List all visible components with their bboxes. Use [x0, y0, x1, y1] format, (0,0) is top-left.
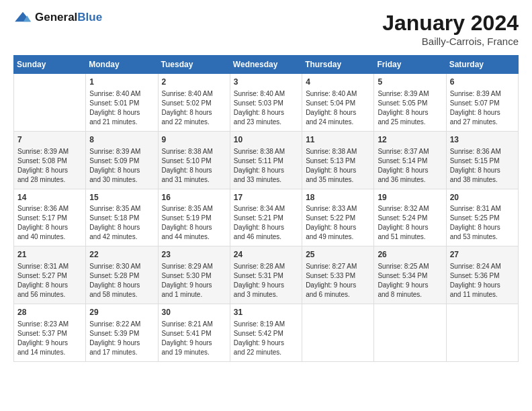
calendar-week-row: 21Sunrise: 8:31 AMSunset: 5:27 PMDayligh…: [14, 246, 519, 304]
day-info: Sunrise: 8:22 AMSunset: 5:39 PMDaylight:…: [89, 320, 154, 357]
day-number: 6: [450, 77, 515, 88]
day-info: Sunrise: 8:29 AMSunset: 5:30 PMDaylight:…: [162, 262, 226, 300]
day-info: Sunrise: 8:30 AMSunset: 5:28 PMDaylight:…: [89, 262, 154, 300]
calendar-cell: 7Sunrise: 8:39 AMSunset: 5:08 PMDaylight…: [14, 131, 86, 189]
day-number: 22: [89, 249, 154, 261]
calendar-cell: 4Sunrise: 8:40 AMSunset: 5:04 PMDaylight…: [302, 74, 374, 132]
calendar-cell: 3Sunrise: 8:40 AMSunset: 5:03 PMDaylight…: [230, 74, 302, 132]
day-info: Sunrise: 8:38 AMSunset: 5:10 PMDaylight:…: [162, 147, 226, 185]
day-number: 23: [162, 249, 226, 261]
logo-icon: [13, 11, 32, 24]
day-info: Sunrise: 8:32 AMSunset: 5:24 PMDaylight:…: [378, 204, 442, 242]
calendar-cell: [302, 304, 374, 362]
day-info: Sunrise: 8:39 AMSunset: 5:09 PMDaylight:…: [89, 147, 154, 185]
day-info: Sunrise: 8:31 AMSunset: 5:27 PMDaylight:…: [17, 262, 82, 300]
day-info: Sunrise: 8:28 AMSunset: 5:31 PMDaylight:…: [234, 262, 298, 300]
day-info: Sunrise: 8:24 AMSunset: 5:36 PMDaylight:…: [450, 262, 515, 300]
day-info: Sunrise: 8:19 AMSunset: 5:42 PMDaylight:…: [234, 320, 298, 357]
calendar-week-row: 14Sunrise: 8:36 AMSunset: 5:17 PMDayligh…: [14, 189, 519, 246]
weekday-header-friday: Friday: [374, 56, 446, 74]
calendar-cell: 2Sunrise: 8:40 AMSunset: 5:02 PMDaylight…: [158, 74, 230, 132]
calendar-cell: 29Sunrise: 8:22 AMSunset: 5:39 PMDayligh…: [86, 304, 158, 362]
logo-general: General: [35, 11, 77, 24]
day-number: 29: [89, 307, 154, 318]
calendar-week-row: 7Sunrise: 8:39 AMSunset: 5:08 PMDaylight…: [14, 131, 519, 189]
calendar-cell: 30Sunrise: 8:21 AMSunset: 5:41 PMDayligh…: [158, 304, 230, 362]
day-info: Sunrise: 8:40 AMSunset: 5:04 PMDaylight:…: [306, 89, 370, 127]
calendar-cell: 28Sunrise: 8:23 AMSunset: 5:37 PMDayligh…: [14, 304, 86, 362]
day-info: Sunrise: 8:36 AMSunset: 5:15 PMDaylight:…: [450, 147, 515, 185]
day-number: 15: [89, 192, 154, 203]
calendar-cell: 19Sunrise: 8:32 AMSunset: 5:24 PMDayligh…: [374, 189, 446, 246]
calendar-cell: 26Sunrise: 8:25 AMSunset: 5:34 PMDayligh…: [374, 246, 446, 304]
day-number: 20: [450, 192, 515, 203]
day-number: 7: [17, 134, 82, 146]
day-info: Sunrise: 8:21 AMSunset: 5:41 PMDaylight:…: [162, 320, 226, 357]
day-number: 31: [234, 307, 298, 318]
day-number: 27: [450, 249, 515, 261]
calendar-cell: 24Sunrise: 8:28 AMSunset: 5:31 PMDayligh…: [230, 246, 302, 304]
calendar-cell: 5Sunrise: 8:39 AMSunset: 5:05 PMDaylight…: [374, 74, 446, 132]
calendar-cell: 8Sunrise: 8:39 AMSunset: 5:09 PMDaylight…: [86, 131, 158, 189]
day-info: Sunrise: 8:34 AMSunset: 5:21 PMDaylight:…: [234, 204, 298, 242]
day-number: 13: [450, 134, 515, 146]
day-info: Sunrise: 8:40 AMSunset: 5:02 PMDaylight:…: [162, 89, 226, 127]
calendar-cell: 15Sunrise: 8:35 AMSunset: 5:18 PMDayligh…: [86, 189, 158, 246]
day-info: Sunrise: 8:40 AMSunset: 5:03 PMDaylight:…: [234, 89, 298, 127]
calendar-cell: 13Sunrise: 8:36 AMSunset: 5:15 PMDayligh…: [446, 131, 518, 189]
calendar-cell: 14Sunrise: 8:36 AMSunset: 5:17 PMDayligh…: [14, 189, 86, 246]
calendar-cell: 17Sunrise: 8:34 AMSunset: 5:21 PMDayligh…: [230, 189, 302, 246]
logo: GeneralBlue: [13, 11, 102, 24]
day-number: 1: [89, 77, 154, 88]
day-number: 18: [306, 192, 370, 203]
day-info: Sunrise: 8:40 AMSunset: 5:01 PMDaylight:…: [89, 89, 154, 127]
calendar-cell: 9Sunrise: 8:38 AMSunset: 5:10 PMDaylight…: [158, 131, 230, 189]
calendar-cell: 21Sunrise: 8:31 AMSunset: 5:27 PMDayligh…: [14, 246, 86, 304]
day-info: Sunrise: 8:31 AMSunset: 5:25 PMDaylight:…: [450, 204, 515, 242]
weekday-header-wednesday: Wednesday: [230, 56, 302, 74]
calendar-cell: 10Sunrise: 8:38 AMSunset: 5:11 PMDayligh…: [230, 131, 302, 189]
page-header: GeneralBlue January 2024 Bailly-Carrois,…: [13, 11, 519, 47]
weekday-header-monday: Monday: [86, 56, 158, 74]
weekday-header-saturday: Saturday: [446, 56, 518, 74]
day-number: 8: [89, 134, 154, 146]
day-number: 26: [378, 249, 442, 261]
day-number: 14: [17, 192, 82, 203]
weekday-header-thursday: Thursday: [302, 56, 374, 74]
calendar-cell: 6Sunrise: 8:39 AMSunset: 5:07 PMDaylight…: [446, 74, 518, 132]
location-title: Bailly-Carrois, France: [382, 36, 519, 47]
day-info: Sunrise: 8:35 AMSunset: 5:19 PMDaylight:…: [162, 204, 226, 242]
day-number: 3: [234, 77, 298, 88]
day-number: 30: [162, 307, 226, 318]
calendar-cell: 12Sunrise: 8:37 AMSunset: 5:14 PMDayligh…: [374, 131, 446, 189]
day-info: Sunrise: 8:37 AMSunset: 5:14 PMDaylight:…: [378, 147, 442, 185]
title-block: January 2024 Bailly-Carrois, France: [382, 11, 519, 47]
calendar-cell: 18Sunrise: 8:33 AMSunset: 5:22 PMDayligh…: [302, 189, 374, 246]
calendar-cell: 16Sunrise: 8:35 AMSunset: 5:19 PMDayligh…: [158, 189, 230, 246]
day-number: 11: [306, 134, 370, 146]
day-number: 12: [378, 134, 442, 146]
weekday-header-row: SundayMondayTuesdayWednesdayThursdayFrid…: [14, 56, 519, 74]
day-number: 16: [162, 192, 226, 203]
day-info: Sunrise: 8:27 AMSunset: 5:33 PMDaylight:…: [306, 262, 370, 300]
calendar-cell: [374, 304, 446, 362]
calendar-cell: 1Sunrise: 8:40 AMSunset: 5:01 PMDaylight…: [86, 74, 158, 132]
logo-blue: Blue: [77, 11, 102, 24]
day-info: Sunrise: 8:39 AMSunset: 5:08 PMDaylight:…: [17, 147, 82, 185]
day-info: Sunrise: 8:39 AMSunset: 5:07 PMDaylight:…: [450, 89, 515, 127]
day-info: Sunrise: 8:39 AMSunset: 5:05 PMDaylight:…: [378, 89, 442, 127]
day-number: 2: [162, 77, 226, 88]
day-number: 5: [378, 77, 442, 88]
day-info: Sunrise: 8:33 AMSunset: 5:22 PMDaylight:…: [306, 204, 370, 242]
day-number: 25: [306, 249, 370, 261]
day-info: Sunrise: 8:38 AMSunset: 5:11 PMDaylight:…: [234, 147, 298, 185]
calendar-cell: 23Sunrise: 8:29 AMSunset: 5:30 PMDayligh…: [158, 246, 230, 304]
day-number: 28: [17, 307, 82, 318]
calendar-cell: 25Sunrise: 8:27 AMSunset: 5:33 PMDayligh…: [302, 246, 374, 304]
day-number: 4: [306, 77, 370, 88]
weekday-header-sunday: Sunday: [14, 56, 86, 74]
day-info: Sunrise: 8:23 AMSunset: 5:37 PMDaylight:…: [17, 320, 82, 357]
day-number: 19: [378, 192, 442, 203]
calendar-cell: 20Sunrise: 8:31 AMSunset: 5:25 PMDayligh…: [446, 189, 518, 246]
calendar-cell: [14, 74, 86, 132]
